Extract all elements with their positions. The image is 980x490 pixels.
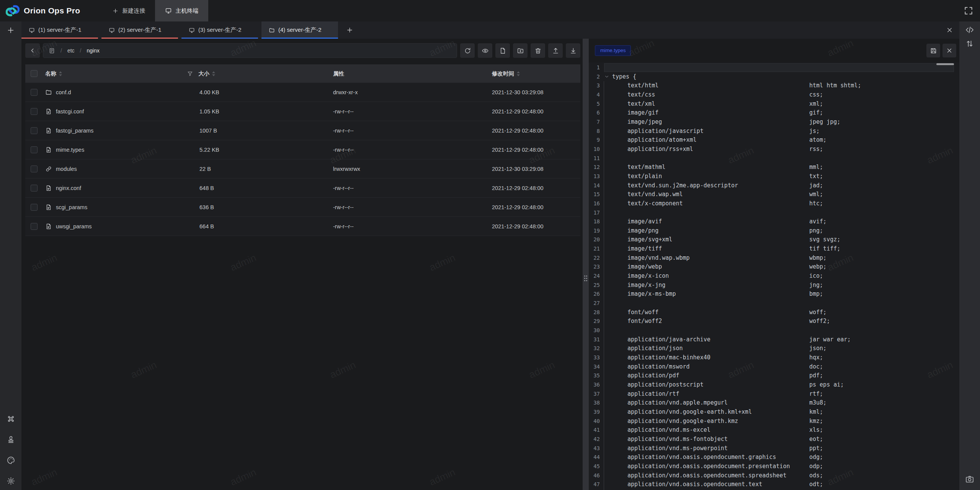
line-number: 12 — [589, 163, 600, 172]
code-line: 37application/rtfrtf; — [589, 390, 959, 399]
mime-type-text: application/pdf — [627, 371, 679, 380]
mime-type-text: application/vnd.oasis.opendocument.sprea… — [627, 471, 786, 480]
mime-type-text: font/woff2 — [627, 317, 662, 326]
camera-icon — [965, 475, 974, 484]
file-attr: -rw-r--r-- — [327, 185, 486, 191]
mime-type-text: image/x-ms-bmp — [627, 290, 676, 299]
screenshot-button[interactable] — [959, 475, 980, 484]
file-row[interactable]: scgi_params636 B-rw-r--r--2021-12-29 02:… — [25, 198, 580, 217]
refresh-button[interactable] — [460, 43, 475, 58]
column-label-name: 名称 — [45, 70, 56, 77]
header-name[interactable]: 名称 — [44, 70, 185, 77]
terminal-tab-4[interactable]: (4) server-生产-2 — [261, 21, 338, 39]
select-all-checkbox[interactable] — [31, 70, 38, 77]
plus-icon — [112, 8, 119, 14]
new-file-button[interactable] — [495, 43, 510, 58]
code-line: 22image/vnd.wap.wbmpwbmp; — [589, 254, 959, 263]
add-tab-button[interactable] — [341, 21, 358, 39]
file-row[interactable]: conf.d4.00 KBdrwxr-xr-x2021-12-30 03:29:… — [25, 83, 580, 102]
extension-text: ico; — [809, 272, 823, 281]
back-button[interactable] — [25, 43, 40, 58]
file-size: 1007 B — [185, 128, 327, 134]
close-editor-button[interactable] — [942, 44, 956, 57]
fold-toggle[interactable] — [604, 74, 609, 79]
row-checkbox[interactable] — [31, 89, 38, 96]
file-manager-panel: / etc / nginx 名称 — [21, 39, 583, 490]
file-icon — [45, 146, 52, 153]
upload-button[interactable] — [548, 43, 563, 58]
row-checkbox[interactable] — [31, 127, 38, 134]
palette-button[interactable] — [7, 456, 15, 465]
code-line: 21image/tifftif tiff; — [589, 244, 959, 254]
terminal-tab-2[interactable]: (2) server-生产-1 — [101, 21, 178, 39]
sort-icon[interactable] — [517, 71, 520, 76]
sort-icon[interactable] — [59, 71, 62, 76]
extension-text: odg; — [809, 453, 823, 462]
file-row[interactable]: uwsgi_params664 B-rw-r--r--2021-12-29 02… — [25, 217, 580, 236]
code-line: 33application/mac-binhex40hqx; — [589, 353, 959, 362]
nav-item-host-terminal[interactable]: 主机终端 — [155, 0, 208, 21]
code-line: 35application/pdfpdf; — [589, 371, 959, 380]
extension-text: ps eps ai; — [809, 380, 844, 390]
eye-button[interactable] — [478, 43, 492, 58]
line-number: 30 — [589, 326, 600, 335]
code-editor[interactable]: 12types {3text/htmlhtml htm shtml;4text/… — [589, 62, 959, 490]
row-checkbox[interactable] — [31, 185, 38, 192]
editor-scrollbar-thumb[interactable] — [936, 63, 954, 65]
stamp-button[interactable] — [7, 435, 15, 444]
file-row[interactable]: fastcgi.conf1.05 KB-rw-r--r--2021-12-29 … — [25, 102, 580, 121]
terminal-tab-label: (1) server-生产-1 — [38, 26, 82, 34]
mime-type-text: application/rss+xml — [627, 145, 693, 154]
row-checkbox[interactable] — [31, 204, 38, 211]
row-checkbox[interactable] — [31, 166, 38, 172]
line-number: 1 — [589, 63, 600, 72]
breadcrumb-segment-nginx[interactable]: nginx — [87, 48, 99, 54]
close-panel-button[interactable] — [946, 26, 953, 34]
header-modified[interactable]: 修改时间 — [486, 70, 580, 77]
extension-text: jpeg jpg; — [809, 118, 840, 127]
file-row[interactable]: mime.types5.22 KB-rw-r--r--2021-12-29 02… — [25, 140, 580, 159]
save-button[interactable] — [926, 44, 940, 57]
swap-vertical-button[interactable] — [965, 39, 974, 48]
sort-icon[interactable] — [212, 71, 215, 76]
breadcrumb[interactable]: / etc / nginx — [43, 43, 457, 58]
drag-dots-icon — [584, 275, 585, 277]
file-name-cell: fastcgi.conf — [44, 108, 185, 115]
right-rail — [959, 21, 980, 490]
file-row[interactable]: nginx.conf648 B-rw-r--r--2021-12-29 02:4… — [25, 179, 580, 198]
file-name-cell: fastcgi_params — [44, 127, 185, 134]
code-line: 23image/webpwebp; — [589, 262, 959, 272]
mime-type-text: application/vnd.google-earth.kml+xml — [627, 408, 752, 417]
panel-resize-handle[interactable] — [583, 39, 589, 490]
terminal-tab-3[interactable]: (3) server-生产-2 — [181, 21, 258, 39]
code-line: 39application/vnd.google-earth.kml+xmlkm… — [589, 408, 959, 417]
file-attr: -rw-r--r-- — [327, 108, 486, 115]
row-checkbox[interactable] — [31, 108, 38, 115]
download-button[interactable] — [566, 43, 580, 58]
editor-actions — [926, 44, 956, 57]
rail-add-button[interactable] — [0, 21, 21, 39]
app-title: Orion Ops Pro — [24, 6, 80, 15]
monitor-icon — [109, 27, 115, 33]
breadcrumb-segment-etc[interactable]: etc — [67, 48, 75, 54]
editor-file-tab[interactable]: mime.types — [595, 45, 631, 56]
filter-icon[interactable] — [187, 70, 193, 77]
fullscreen-button[interactable] — [964, 6, 973, 16]
header-size[interactable]: 大小 — [185, 70, 327, 77]
delete-button[interactable] — [531, 43, 545, 58]
code-line: 43application/vnd.ms-powerpointppt; — [589, 444, 959, 453]
row-checkbox[interactable] — [31, 146, 38, 153]
file-row[interactable]: modules22 Blrwxrwxrwx2021-12-30 03:29:08 — [25, 159, 580, 179]
nav-item-new-connection[interactable]: 新建连接 — [102, 0, 155, 21]
row-checkbox[interactable] — [31, 223, 38, 230]
code-button[interactable] — [965, 25, 974, 34]
mime-type-text: application/mac-binhex40 — [627, 353, 710, 362]
terminal-tab-1[interactable]: (1) server-生产-1 — [21, 21, 98, 39]
nav-label: 新建连接 — [122, 7, 145, 15]
extension-text: jng; — [809, 281, 823, 290]
file-row[interactable]: fastcgi_params1007 B-rw-r--r--2021-12-29… — [25, 121, 580, 140]
command-button[interactable] — [7, 415, 15, 423]
new-folder-button[interactable] — [513, 43, 528, 58]
gear-button[interactable] — [7, 477, 15, 485]
file-size: 664 B — [185, 223, 327, 229]
